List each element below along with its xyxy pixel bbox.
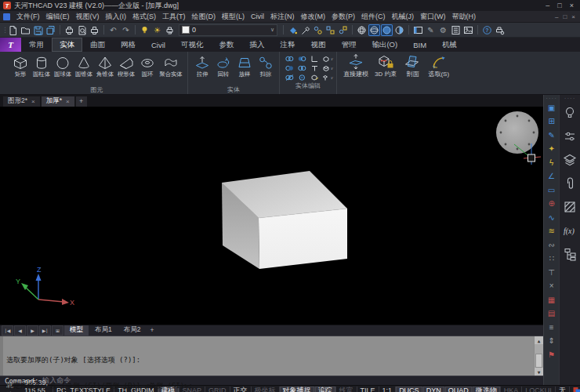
layer-freeze-sun-icon[interactable]: ☀ — [151, 24, 163, 36]
ribbon-tab-solid[interactable]: 实体 — [52, 38, 82, 52]
model-viewport[interactable]: Z X Y — [0, 107, 543, 325]
structure-tree-icon[interactable] — [561, 242, 578, 266]
3d-constraint-tool[interactable]: 3D 约束 — [372, 53, 400, 78]
image-preview-icon[interactable] — [462, 24, 474, 36]
origin-tool-icon[interactable]: ⊕ — [546, 198, 557, 212]
visual-style-shaded-icon[interactable] — [381, 24, 393, 36]
light-bulb-icon[interactable] — [561, 101, 578, 125]
status-polar-toggle[interactable]: 极坐标 — [251, 387, 279, 392]
measure-tool-icon[interactable]: ∠ — [546, 170, 557, 184]
adjust-sliders-icon[interactable] — [561, 125, 578, 148]
scroll-down-icon[interactable]: ▼ — [535, 368, 543, 376]
ribbon-tab-bim[interactable]: BIM — [405, 38, 434, 52]
status-quad-toggle[interactable]: QUAD — [444, 387, 472, 392]
layer-plot-icon[interactable] — [164, 24, 176, 36]
doc-tab-drawing2-close-icon[interactable]: × — [31, 98, 35, 105]
ribbon-tab-mech[interactable]: 机械 — [434, 38, 465, 52]
ribbon-tab-output[interactable]: 输出(O) — [364, 38, 405, 52]
select-tool[interactable]: 选取(S) — [425, 53, 452, 78]
status-ducs-toggle[interactable]: DUCS — [395, 387, 422, 392]
layers-icon[interactable] — [561, 148, 578, 172]
display-tool-icon[interactable]: ⊞ — [546, 115, 557, 129]
undo-icon[interactable]: ↶ — [107, 24, 119, 36]
scroll-up-icon[interactable]: ▲ — [535, 336, 543, 344]
doc-tab-thicken-close-icon[interactable]: × — [66, 98, 70, 105]
properties-panel-icon[interactable] — [412, 24, 424, 36]
new-file-icon[interactable] — [7, 24, 19, 36]
revolve-tool[interactable]: 回转 — [212, 53, 234, 78]
maximize-button[interactable]: □ — [557, 2, 561, 9]
navigation-ball[interactable] — [496, 111, 538, 154]
new-doc-tab-button[interactable]: + — [76, 96, 87, 107]
minimize-button[interactable]: – — [546, 2, 549, 9]
menu-components[interactable]: 组件(C) — [358, 12, 389, 22]
attachment-clip-icon[interactable] — [561, 172, 578, 195]
wedge-tool[interactable]: 楔形体 — [115, 53, 136, 78]
tab-layout1[interactable]: 布局1 — [89, 325, 118, 336]
mdi-close-button[interactable]: × — [571, 13, 575, 20]
sketch-tool-icon[interactable]: ✎ — [546, 129, 557, 143]
intersect-icon[interactable] — [283, 64, 295, 73]
status-lineweight-toggle[interactable]: 线宽 — [335, 387, 357, 392]
ribbon-tab-surface[interactable]: 曲面 — [82, 38, 113, 52]
settings-pair-icon[interactable] — [312, 24, 324, 36]
function-icon[interactable]: f(x) — [561, 219, 578, 242]
torus-tool[interactable]: 圆环 — [136, 53, 158, 78]
command-history[interactable]: 选取要加厚的(子)对象 [选择选项 (?)]: 指定厚度值, 或 [单侧 (SI… — [0, 336, 543, 376]
wand-tool-icon[interactable]: ✦ — [546, 143, 557, 157]
menu-parametric[interactable]: 参数(P) — [328, 12, 358, 22]
extrude-tool[interactable]: 拉伸 — [191, 53, 212, 78]
direct-modeling-tool[interactable]: 直接建模 — [340, 53, 372, 78]
menu-tools[interactable]: 工具(T) — [159, 12, 189, 22]
status-grid-toggle[interactable]: GRID — [205, 387, 230, 392]
ribbon-tab-home[interactable]: 常用 — [21, 38, 52, 52]
tab-model[interactable]: 模型 — [64, 325, 89, 336]
save-all-icon[interactable] — [45, 24, 56, 36]
first-layout-button[interactable]: ∣◀ — [2, 325, 13, 336]
spring-tool-icon[interactable]: ≋ — [546, 225, 557, 239]
subtract-icon[interactable] — [295, 54, 308, 64]
box-tool[interactable]: 矩形 — [9, 53, 31, 78]
plot-config-icon[interactable] — [494, 24, 506, 36]
stack-tool-icon[interactable]: ≡ — [546, 321, 557, 335]
status-annoscale[interactable]: 无 — [555, 387, 569, 392]
match-properties-icon[interactable] — [299, 24, 311, 36]
menu-model[interactable]: 模型(L) — [219, 12, 248, 22]
menu-modify[interactable]: 修改(M) — [298, 12, 329, 22]
polysolid-tool[interactable]: 聚合实体 — [158, 53, 184, 78]
chamfer-edge-icon[interactable] — [308, 64, 321, 73]
flag-tool-icon[interactable]: ⚑ — [546, 348, 557, 362]
union-icon[interactable] — [283, 54, 295, 64]
status-scale-toggle[interactable]: 1:1 — [379, 387, 396, 392]
draw-pencil-icon[interactable]: ✎ — [425, 24, 437, 36]
layer-dropdown[interactable]: 0 ∨ — [179, 24, 277, 36]
doc-tab-drawing2[interactable]: 图形2* × — [3, 96, 40, 107]
menu-dimension[interactable]: 标注(N) — [267, 12, 298, 22]
close-button[interactable]: × — [570, 2, 574, 9]
solid-edit-menu-2[interactable]: ∨ — [321, 64, 333, 73]
status-dyn-toggle[interactable]: DYN — [422, 387, 444, 392]
status-otrack-toggle[interactable]: 追踪 — [314, 387, 335, 392]
menu-draw[interactable]: 绘图(D) — [189, 12, 219, 22]
command-panel-grip[interactable] — [0, 336, 3, 376]
status-osnap-toggle[interactable]: 对象捕捉 — [279, 387, 314, 392]
plot-preview-icon[interactable] — [76, 24, 88, 36]
block-tool-icon[interactable]: ▦ — [546, 293, 557, 307]
next-layout-button[interactable]: ▶ — [27, 325, 38, 336]
dialog-tool-icon[interactable]: ▭ — [546, 183, 557, 198]
solid-edit-menu-3[interactable]: ∨ — [321, 73, 333, 82]
blocks-pair-icon[interactable] — [324, 24, 336, 36]
menu-file[interactable]: 文件(F) — [13, 12, 43, 22]
scrollbar-thumb[interactable] — [535, 354, 542, 368]
menu-mechanical[interactable]: 机械(J) — [389, 12, 418, 22]
anchor-tool-icon[interactable]: × — [546, 280, 557, 294]
menu-help[interactable]: 帮助(H) — [449, 12, 480, 22]
cone-tool[interactable]: 圆锥体 — [73, 53, 94, 78]
lasso-tool-icon[interactable]: ∾ — [546, 238, 557, 252]
layout-list-button[interactable]: ⊞ — [52, 325, 63, 336]
open-folder-icon[interactable] — [20, 24, 31, 36]
pyramid-tool[interactable]: 角锥体 — [94, 53, 115, 78]
menu-insert[interactable]: 插入(I) — [103, 12, 130, 22]
mdi-restore-button[interactable]: □ — [563, 13, 567, 20]
ribbon-tab-parametric[interactable]: 参数 — [211, 38, 241, 52]
